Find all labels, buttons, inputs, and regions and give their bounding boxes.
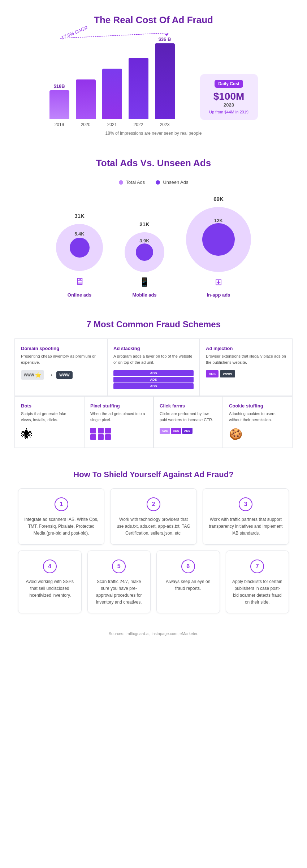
shield-number-3: 3	[239, 497, 252, 511]
circle-online-outer-label: 31K	[74, 213, 85, 219]
legend-dot-unseen	[156, 180, 160, 185]
circle-inapp-inner	[202, 223, 235, 256]
shield-card-2: 2 Work with technology providers that us…	[110, 488, 196, 545]
fraud-stacking-desc: A program adds a layer on top of the web…	[113, 353, 194, 365]
shield-number-7: 7	[250, 560, 264, 573]
shield-number-2: 2	[147, 497, 160, 511]
section3-title: 7 Most Common Fraud Schemes	[14, 319, 293, 329]
bar-2023: $36 B 2023	[155, 36, 175, 127]
daily-cost-header: Daily Cost	[215, 80, 243, 88]
daily-cost-sub: Up from $44M in 2019	[207, 110, 251, 114]
fraud-cookie-desc: Attaching cookies to users without their…	[229, 411, 286, 423]
legend-unseen-ads: Unseen Ads	[156, 180, 188, 185]
section4-title: How To Shield Yourself Against Ad Fraud?	[18, 470, 289, 479]
daily-cost-amount: $100M	[207, 91, 251, 102]
fraud-pixel-title: Pixel stuffing	[90, 403, 147, 409]
fraud-domain-icon: WWW ⭐ → WWW	[21, 370, 101, 380]
shield-number-1: 1	[55, 497, 68, 511]
shield-number-4: 4	[43, 560, 57, 573]
section1-title: The Real Cost Of Ad Fraud	[22, 14, 285, 26]
section-total-vs-unseen: Total Ads Vs. Unseen Ads Total Ads Unsee…	[0, 147, 307, 308]
fraud-card-clickfarm: Click farms Clicks are performed by low-…	[154, 396, 223, 448]
shield-text-6: Always keep an eye on fraud reports.	[163, 578, 214, 592]
circle-mobile-inner-label: 3.9K	[139, 238, 149, 243]
fraud-injection-icon: ADS WWW	[206, 370, 286, 377]
inapp-device-label: In-app ads	[207, 292, 230, 298]
fraud-stacking-title: Ad stacking	[113, 346, 194, 351]
fraud-card-domain: Domain spoofing Presenting cheap invento…	[15, 339, 107, 396]
circle-inapp-outer-label: 69K	[213, 196, 224, 202]
legend-label-unseen: Unseen Ads	[163, 180, 188, 185]
chart-footer: 18% of impressions are never seen by rea…	[22, 131, 285, 136]
legend-dot-total	[119, 180, 123, 185]
fraud-clickfarm-desc: Clicks are performed by low-paid workers…	[160, 411, 217, 423]
bars-container: $18B 2019 2020 2021 2022	[49, 36, 175, 127]
fraud-card-cookie: Cookie stuffing Attaching cookies to use…	[223, 396, 292, 448]
shield-text-3: Work with traffic partners that support …	[209, 516, 283, 537]
fraud-stacking-icon: ADS ADS ADS	[113, 370, 194, 389]
mobile-device-label: Mobile ads	[132, 292, 156, 298]
shield-number-6: 6	[181, 560, 195, 573]
fraud-clickfarm-icon: ADS ADS ADS	[160, 428, 217, 434]
online-device-label: Online ads	[68, 292, 91, 298]
fraud-card-bots: Bots Scripts that generate fake views, i…	[15, 396, 84, 448]
fraud-injection-title: Ad injection	[206, 346, 286, 351]
shield-card-6: 6 Always keep an eye on fraud reports.	[156, 550, 220, 614]
fraud-bots-desc: Scripts that generate fake views, instal…	[21, 411, 78, 423]
fraud-bots-title: Bots	[21, 403, 78, 409]
circle-inapp: 69K 12K ⊞ In-app ads	[186, 196, 251, 298]
fraud-card-stacking: Ad stacking A program adds a layer on to…	[107, 339, 200, 396]
fraud-bottom-grid: Bots Scripts that generate fake views, i…	[14, 396, 293, 448]
fraud-card-pixel: Pixel stuffing When the ad gets placed i…	[84, 396, 154, 448]
section-ad-fraud-cost: The Real Cost Of Ad Fraud 17.8% CAGR $18…	[0, 0, 307, 147]
section2-title: Total Ads Vs. Unseen Ads	[22, 157, 285, 169]
fraud-cookie-icon: 🍪	[229, 428, 286, 440]
shield-top-grid: 1 Integrate ad scanners IAS, White Ops, …	[18, 488, 289, 545]
fraud-pixel-icon	[90, 428, 112, 440]
circle-online: 31K 5.4K 🖥 Online ads	[56, 213, 103, 298]
circle-online-inner	[70, 238, 90, 258]
circle-mobile: 21K 3.9K 📱 Mobile ads	[125, 221, 164, 298]
circle-online-outer: 5.4K	[56, 224, 103, 271]
legend: Total Ads Unseen Ads	[22, 180, 285, 185]
fraud-domain-title: Domain spoofing	[21, 346, 101, 351]
legend-label-total: Total Ads	[126, 180, 145, 185]
circles-row: 31K 5.4K 🖥 Online ads 21K 3.9K 📱 Mobile …	[22, 196, 285, 298]
fraud-clickfarm-title: Click farms	[160, 403, 217, 409]
section-shield: How To Shield Yourself Against Ad Fraud?…	[0, 459, 307, 624]
mobile-device-icon: 📱	[139, 277, 150, 287]
shield-text-5: Scan traffic 24/7, make sure you have pr…	[94, 578, 145, 606]
legend-total-ads: Total Ads	[119, 180, 145, 185]
shield-bottom-grid: 4 Avoid working with SSPs that sell undi…	[18, 550, 289, 614]
fraud-cookie-title: Cookie stuffing	[229, 403, 286, 409]
shield-card-7: 7 Apply blacklists for certain publisher…	[226, 550, 289, 614]
circle-mobile-outer-label: 21K	[139, 221, 150, 227]
shield-card-4: 4 Avoid working with SSPs that sell undi…	[18, 550, 82, 614]
shield-text-2: Work with technology providers that use …	[116, 516, 190, 537]
shield-text-4: Avoid working with SSPs that sell undisc…	[24, 578, 75, 599]
shield-card-1: 1 Integrate ad scanners IAS, White Ops, …	[18, 488, 104, 545]
bar-2021: 2021	[102, 67, 122, 127]
section-fraud-schemes: 7 Most Common Fraud Schemes Domain spoof…	[0, 308, 307, 459]
bar-2020: 2020	[76, 78, 96, 127]
shield-number-5: 5	[112, 560, 126, 573]
daily-cost-box: Daily Cost $100M 2023 Up from $44M in 20…	[200, 74, 258, 120]
circle-inapp-outer: 12K	[186, 207, 251, 272]
shield-text-1: Integrate ad scanners IAS, White Ops, TM…	[24, 516, 98, 537]
bar-2019: $18B 2019	[49, 83, 69, 127]
circle-online-inner-label: 5.4K	[74, 231, 84, 237]
fraud-pixel-desc: When the ad gets placed into a single pi…	[90, 411, 147, 423]
bar-2022: 2022	[129, 56, 148, 127]
fraud-top-grid: Domain spoofing Presenting cheap invento…	[14, 338, 293, 396]
fraud-injection-desc: Browser extensions that illegally place …	[206, 353, 286, 365]
shield-text-7: Apply blacklists for certain publishers …	[232, 578, 283, 606]
daily-cost-year: 2023	[207, 102, 251, 108]
online-device-icon: 🖥	[75, 276, 84, 287]
circle-mobile-outer: 3.9K	[125, 232, 164, 272]
shield-card-3: 3 Work with traffic partners that suppor…	[203, 488, 289, 545]
svg-marker-1	[165, 33, 169, 36]
sources: Sources: trafficguard.ai, instapage.com,…	[0, 624, 307, 639]
fraud-bots-icon: 🕷	[21, 428, 78, 441]
fraud-card-injection: Ad injection Browser extensions that ill…	[200, 339, 292, 396]
circle-mobile-inner	[136, 243, 153, 261]
